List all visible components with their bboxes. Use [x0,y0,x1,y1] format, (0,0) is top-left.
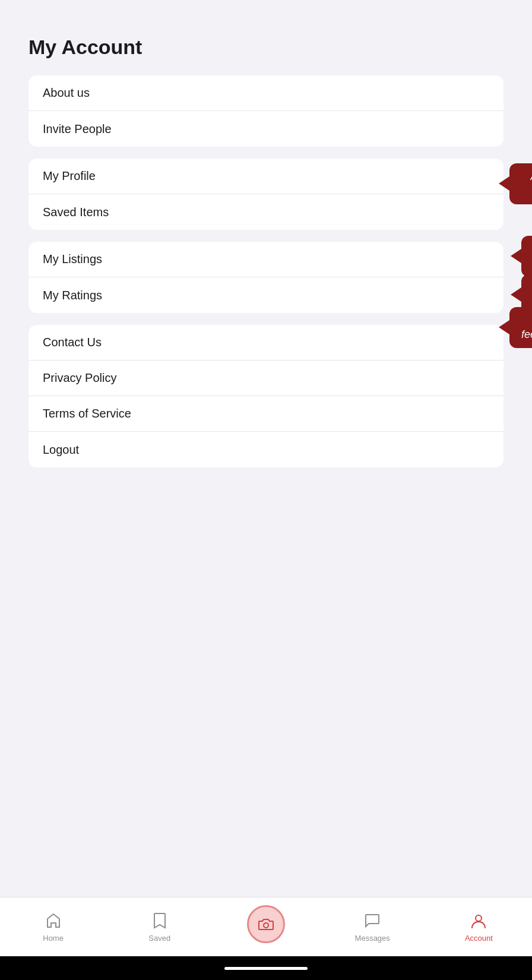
menu-item-logout[interactable]: Logout [28,432,504,467]
saved-icon [150,911,169,930]
bottom-nav: Home Saved Messages Account [0,897,532,956]
menu-item-invite-label: Invite People [43,122,112,136]
svg-point-1 [476,915,482,921]
menu-item-about[interactable]: About us [28,75,504,111]
nav-account-label: Account [465,934,493,943]
menu-item-contact[interactable]: Contact Us Send us a question, feedback … [28,325,504,361]
tooltip-ratings: View your seller ratings [521,274,532,315]
tooltip-contact: Send us a question, feedback or feature … [509,307,532,348]
page-title: My Account [28,36,504,59]
menu-item-about-label: About us [43,86,90,100]
menu-group-2: My Profile Add profile pic and other inf… [28,159,504,230]
menu-item-listings-label: My Listings [43,252,102,266]
home-indicator-bar [224,967,308,970]
nav-item-camera[interactable] [213,897,319,956]
menu-group-4: Contact Us Send us a question, feedback … [28,325,504,467]
menu-item-invite[interactable]: Invite People [28,111,504,147]
menu-group-3: My Listings Manage your listings My Rati… [28,242,504,313]
svg-point-0 [264,923,268,928]
menu-item-privacy[interactable]: Privacy Policy [28,361,504,396]
home-icon [44,911,63,930]
menu-item-privacy-label: Privacy Policy [43,371,116,385]
menu-item-saved-label: Saved Items [43,206,109,219]
menu-item-profile-label: My Profile [43,169,96,183]
camera-icon [256,915,276,934]
camera-circle [247,905,285,943]
menu-item-ratings[interactable]: My Ratings View your seller ratings [28,277,504,313]
menu-item-contact-label: Contact Us [43,336,102,349]
menu-item-logout-label: Logout [43,443,79,457]
tooltip-profile: Add profile pic and other info [509,163,532,204]
nav-saved-label: Saved [148,934,170,943]
menu-item-saved[interactable]: Saved Items [28,194,504,230]
messages-icon [363,911,382,930]
menu-item-terms-label: Terms of Service [43,407,131,421]
menu-group-1: About us Invite People [28,75,504,147]
nav-item-messages[interactable]: Messages [319,897,426,956]
nav-item-home[interactable]: Home [0,897,106,956]
nav-messages-label: Messages [355,934,390,943]
menu-item-ratings-label: My Ratings [43,289,102,302]
home-indicator [0,956,532,980]
page-content: My Account About us Invite People My Pro… [0,0,532,897]
nav-item-saved[interactable]: Saved [106,897,213,956]
account-icon [469,911,488,930]
menu-item-profile[interactable]: My Profile Add profile pic and other inf… [28,159,504,194]
tooltip-listings: Manage your listings [521,236,532,277]
nav-item-account[interactable]: Account [426,897,532,956]
nav-home-label: Home [43,934,64,943]
menu-item-terms[interactable]: Terms of Service [28,396,504,432]
menu-item-listings[interactable]: My Listings Manage your listings [28,242,504,277]
